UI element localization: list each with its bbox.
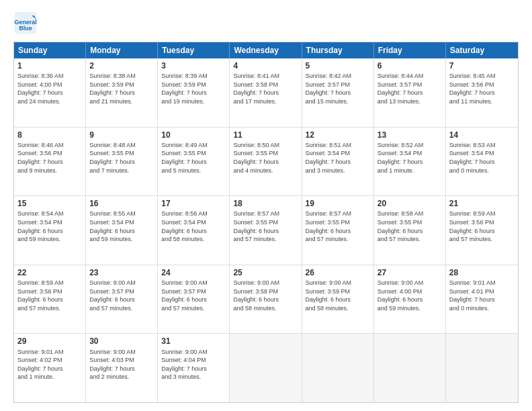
day-number: 3 bbox=[161, 60, 226, 71]
day-cell-11: 11Sunrise: 8:50 AM Sunset: 3:55 PM Dayli… bbox=[230, 128, 302, 196]
weekday-header-sunday: Sunday bbox=[14, 42, 86, 58]
day-cell-23: 23Sunrise: 9:00 AM Sunset: 3:57 PM Dayli… bbox=[86, 265, 158, 334]
day-info: Sunrise: 9:00 AM Sunset: 4:00 PM Dayligh… bbox=[378, 279, 442, 312]
day-info: Sunrise: 8:53 AM Sunset: 3:54 PM Dayligh… bbox=[449, 141, 515, 175]
day-info: Sunrise: 8:51 AM Sunset: 3:54 PM Dayligh… bbox=[306, 141, 370, 175]
calendar-row-2: 8Sunrise: 8:46 AM Sunset: 3:56 PM Daylig… bbox=[14, 127, 518, 196]
day-number: 16 bbox=[89, 198, 154, 209]
day-number: 20 bbox=[378, 198, 442, 209]
empty-cell bbox=[302, 334, 374, 402]
day-info: Sunrise: 8:44 AM Sunset: 3:57 PM Dayligh… bbox=[378, 72, 442, 105]
day-number: 1 bbox=[17, 60, 82, 71]
day-info: Sunrise: 8:58 AM Sunset: 3:55 PM Dayligh… bbox=[378, 210, 442, 243]
empty-cell bbox=[374, 334, 446, 402]
day-number: 19 bbox=[306, 198, 370, 209]
day-cell-27: 27Sunrise: 9:00 AM Sunset: 4:00 PM Dayli… bbox=[374, 265, 446, 334]
day-number: 4 bbox=[233, 60, 298, 71]
day-number: 28 bbox=[449, 267, 515, 278]
day-number: 12 bbox=[306, 130, 370, 140]
weekday-header-saturday: Saturday bbox=[446, 42, 518, 58]
day-info: Sunrise: 8:57 AM Sunset: 3:55 PM Dayligh… bbox=[306, 210, 370, 243]
day-cell-26: 26Sunrise: 9:00 AM Sunset: 3:59 PM Dayli… bbox=[302, 265, 374, 334]
day-cell-3: 3Sunrise: 8:39 AM Sunset: 3:59 PM Daylig… bbox=[158, 58, 230, 127]
day-info: Sunrise: 8:41 AM Sunset: 3:58 PM Dayligh… bbox=[233, 72, 298, 105]
day-info: Sunrise: 8:36 AM Sunset: 4:00 PM Dayligh… bbox=[17, 72, 82, 105]
header: General Blue bbox=[13, 11, 519, 35]
day-info: Sunrise: 8:39 AM Sunset: 3:59 PM Dayligh… bbox=[161, 72, 226, 105]
day-number: 15 bbox=[17, 198, 82, 209]
day-info: Sunrise: 8:48 AM Sunset: 3:55 PM Dayligh… bbox=[89, 141, 154, 175]
calendar: SundayMondayTuesdayWednesdayThursdayFrid… bbox=[13, 42, 519, 403]
day-info: Sunrise: 9:00 AM Sunset: 4:03 PM Dayligh… bbox=[89, 348, 154, 381]
calendar-header: SundayMondayTuesdayWednesdayThursdayFrid… bbox=[14, 42, 518, 58]
empty-cell bbox=[230, 334, 302, 402]
day-info: Sunrise: 8:55 AM Sunset: 3:54 PM Dayligh… bbox=[89, 210, 154, 243]
day-cell-12: 12Sunrise: 8:51 AM Sunset: 3:54 PM Dayli… bbox=[302, 128, 374, 196]
day-cell-29: 29Sunrise: 9:01 AM Sunset: 4:02 PM Dayli… bbox=[14, 334, 86, 402]
day-number: 30 bbox=[89, 336, 154, 347]
day-number: 10 bbox=[161, 130, 226, 140]
day-cell-8: 8Sunrise: 8:46 AM Sunset: 3:56 PM Daylig… bbox=[14, 128, 86, 196]
calendar-row-4: 22Sunrise: 8:59 AM Sunset: 3:56 PM Dayli… bbox=[14, 265, 518, 334]
calendar-body: 1Sunrise: 8:36 AM Sunset: 4:00 PM Daylig… bbox=[14, 58, 518, 402]
day-info: Sunrise: 8:50 AM Sunset: 3:55 PM Dayligh… bbox=[233, 141, 298, 175]
day-number: 2 bbox=[89, 60, 154, 71]
day-cell-28: 28Sunrise: 9:01 AM Sunset: 4:01 PM Dayli… bbox=[446, 265, 518, 334]
day-info: Sunrise: 8:45 AM Sunset: 3:56 PM Dayligh… bbox=[449, 72, 515, 105]
day-info: Sunrise: 8:49 AM Sunset: 3:55 PM Dayligh… bbox=[161, 141, 226, 175]
day-cell-9: 9Sunrise: 8:48 AM Sunset: 3:55 PM Daylig… bbox=[86, 128, 158, 196]
day-info: Sunrise: 8:59 AM Sunset: 3:56 PM Dayligh… bbox=[449, 210, 515, 243]
day-number: 26 bbox=[306, 267, 370, 278]
day-info: Sunrise: 9:00 AM Sunset: 3:58 PM Dayligh… bbox=[233, 279, 298, 312]
day-cell-24: 24Sunrise: 9:00 AM Sunset: 3:57 PM Dayli… bbox=[158, 265, 230, 334]
day-cell-19: 19Sunrise: 8:57 AM Sunset: 3:55 PM Dayli… bbox=[302, 196, 374, 265]
weekday-header-monday: Monday bbox=[86, 42, 158, 58]
day-cell-7: 7Sunrise: 8:45 AM Sunset: 3:56 PM Daylig… bbox=[446, 58, 518, 127]
day-info: Sunrise: 8:38 AM Sunset: 3:59 PM Dayligh… bbox=[89, 72, 154, 105]
day-cell-25: 25Sunrise: 9:00 AM Sunset: 3:58 PM Dayli… bbox=[230, 265, 302, 334]
day-number: 13 bbox=[378, 130, 442, 140]
weekday-header-thursday: Thursday bbox=[302, 42, 374, 58]
weekday-header-wednesday: Wednesday bbox=[230, 42, 302, 58]
day-cell-22: 22Sunrise: 8:59 AM Sunset: 3:56 PM Dayli… bbox=[14, 265, 86, 334]
day-info: Sunrise: 8:54 AM Sunset: 3:54 PM Dayligh… bbox=[17, 210, 82, 243]
day-info: Sunrise: 8:57 AM Sunset: 3:55 PM Dayligh… bbox=[233, 210, 298, 243]
day-cell-31: 31Sunrise: 9:00 AM Sunset: 4:04 PM Dayli… bbox=[158, 334, 230, 402]
day-cell-15: 15Sunrise: 8:54 AM Sunset: 3:54 PM Dayli… bbox=[14, 196, 86, 265]
day-number: 21 bbox=[449, 198, 515, 209]
svg-text:Blue: Blue bbox=[19, 25, 32, 32]
day-number: 18 bbox=[233, 198, 298, 209]
day-number: 31 bbox=[161, 336, 226, 347]
day-info: Sunrise: 9:00 AM Sunset: 3:59 PM Dayligh… bbox=[306, 279, 370, 312]
day-info: Sunrise: 8:52 AM Sunset: 3:54 PM Dayligh… bbox=[378, 141, 442, 175]
weekday-header-tuesday: Tuesday bbox=[158, 42, 230, 58]
day-number: 27 bbox=[378, 267, 442, 278]
day-number: 24 bbox=[161, 267, 226, 278]
day-cell-6: 6Sunrise: 8:44 AM Sunset: 3:57 PM Daylig… bbox=[374, 58, 446, 127]
page: General Blue SundayMondayTuesdayWednesda… bbox=[0, 0, 532, 411]
day-info: Sunrise: 8:46 AM Sunset: 3:56 PM Dayligh… bbox=[17, 141, 82, 175]
day-number: 14 bbox=[449, 130, 515, 140]
calendar-row-1: 1Sunrise: 8:36 AM Sunset: 4:00 PM Daylig… bbox=[14, 58, 518, 127]
logo-icon: General Blue bbox=[13, 11, 38, 35]
day-number: 25 bbox=[233, 267, 298, 278]
day-info: Sunrise: 9:00 AM Sunset: 4:04 PM Dayligh… bbox=[161, 348, 226, 381]
day-number: 23 bbox=[89, 267, 154, 278]
day-number: 7 bbox=[449, 60, 515, 71]
day-number: 9 bbox=[89, 130, 154, 140]
day-info: Sunrise: 8:42 AM Sunset: 3:57 PM Dayligh… bbox=[306, 72, 370, 105]
day-info: Sunrise: 9:00 AM Sunset: 3:57 PM Dayligh… bbox=[89, 279, 154, 312]
day-cell-13: 13Sunrise: 8:52 AM Sunset: 3:54 PM Dayli… bbox=[374, 128, 446, 196]
day-cell-20: 20Sunrise: 8:58 AM Sunset: 3:55 PM Dayli… bbox=[374, 196, 446, 265]
day-cell-16: 16Sunrise: 8:55 AM Sunset: 3:54 PM Dayli… bbox=[86, 196, 158, 265]
day-info: Sunrise: 9:01 AM Sunset: 4:02 PM Dayligh… bbox=[17, 348, 82, 381]
day-number: 22 bbox=[17, 267, 82, 278]
day-cell-30: 30Sunrise: 9:00 AM Sunset: 4:03 PM Dayli… bbox=[86, 334, 158, 402]
day-number: 5 bbox=[306, 60, 370, 71]
day-info: Sunrise: 9:01 AM Sunset: 4:01 PM Dayligh… bbox=[449, 279, 515, 312]
calendar-row-3: 15Sunrise: 8:54 AM Sunset: 3:54 PM Dayli… bbox=[14, 195, 518, 265]
day-info: Sunrise: 9:00 AM Sunset: 3:57 PM Dayligh… bbox=[161, 279, 226, 312]
day-info: Sunrise: 8:59 AM Sunset: 3:56 PM Dayligh… bbox=[17, 279, 82, 312]
day-cell-4: 4Sunrise: 8:41 AM Sunset: 3:58 PM Daylig… bbox=[230, 58, 302, 127]
day-cell-1: 1Sunrise: 8:36 AM Sunset: 4:00 PM Daylig… bbox=[14, 58, 86, 127]
